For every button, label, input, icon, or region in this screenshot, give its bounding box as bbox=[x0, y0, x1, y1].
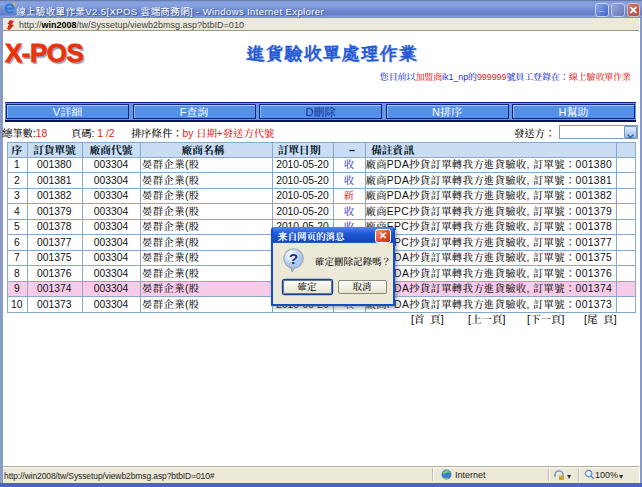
svg-text:?: ? bbox=[289, 250, 298, 267]
